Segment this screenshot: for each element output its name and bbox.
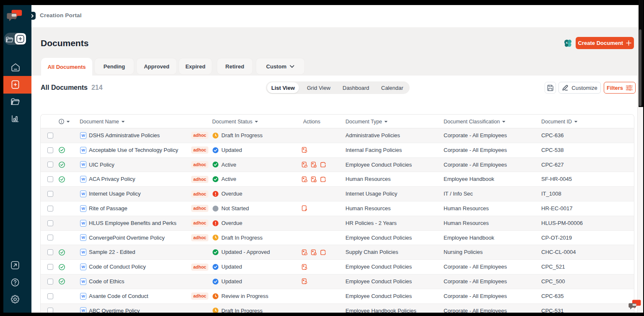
svg-text:s: s (566, 41, 568, 44)
